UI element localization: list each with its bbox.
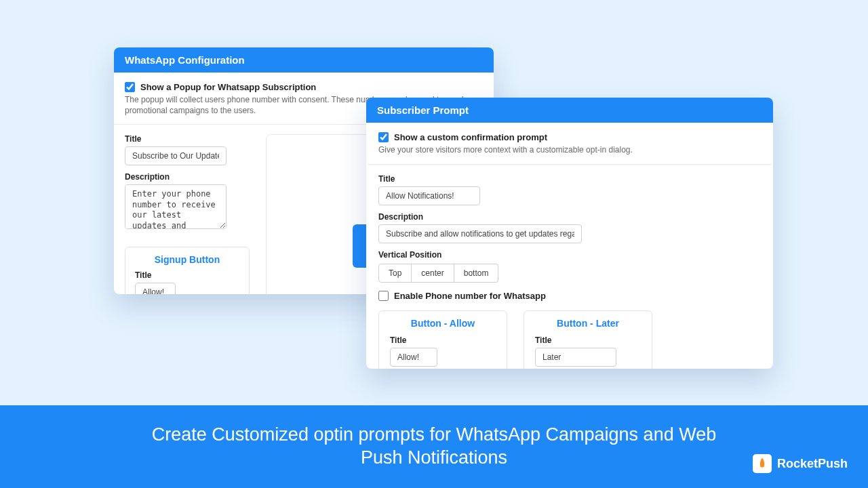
signup-title-label: Title: [135, 270, 239, 280]
banner-headline: Create Customized optin prompts for What…: [129, 424, 739, 470]
rocket-icon: [755, 457, 769, 470]
show-popup-label: Show a Popup for Whatsapp Subscription: [140, 82, 316, 92]
brand: RocketPush: [753, 454, 848, 473]
later-title-label: Title: [535, 336, 641, 345]
wa-desc-textarea[interactable]: [125, 184, 226, 229]
button-later-card: Button - Later Title: [524, 310, 652, 369]
allow-title-label: Title: [390, 336, 496, 345]
footer-banner: Create Customized optin prompts for What…: [0, 405, 868, 488]
custom-prompt-label: Show a custom confirmation prompt: [394, 132, 547, 142]
wa-title-label: Title: [125, 134, 254, 144]
sp-desc-input[interactable]: [378, 224, 582, 243]
sp-desc-label: Description: [378, 212, 761, 222]
custom-prompt-checkbox[interactable]: [378, 132, 389, 142]
enable-phone-label: Enable Phone number for Whatsapp: [394, 291, 546, 301]
sp-title-input[interactable]: [378, 186, 480, 205]
show-popup-checkbox[interactable]: [125, 82, 135, 92]
sp-vpos-label: Vertical Position: [378, 250, 761, 260]
allow-title-input[interactable]: [390, 348, 437, 367]
vpos-top-button[interactable]: Top: [378, 264, 412, 283]
custom-prompt-help: Give your store visitors more context wi…: [378, 145, 761, 156]
vpos-bottom-button[interactable]: bottom: [454, 264, 499, 283]
subscriber-panel-header: Subscriber Prompt: [366, 98, 773, 123]
enable-phone-checkbox[interactable]: [378, 291, 389, 301]
whatsapp-panel-header: WhatsApp Configuration: [114, 47, 494, 73]
wa-desc-label: Description: [125, 172, 254, 182]
signup-card-title: Signup Button: [135, 254, 239, 265]
divider: [368, 164, 772, 165]
signup-title-input[interactable]: [135, 283, 176, 294]
subscriber-prompt-panel: Subscriber Prompt Show a custom confirma…: [366, 98, 773, 369]
button-allow-card-title: Button - Allow: [390, 318, 496, 329]
button-allow-card: Button - Allow Title: [378, 310, 507, 369]
brand-name: RocketPush: [777, 457, 848, 471]
sp-title-label: Title: [378, 174, 761, 184]
vertical-position-segment: Top center bottom: [378, 264, 761, 283]
wa-title-input[interactable]: [125, 146, 226, 165]
later-title-input[interactable]: [535, 348, 616, 367]
button-later-card-title: Button - Later: [535, 318, 641, 329]
vpos-center-button[interactable]: center: [412, 264, 454, 283]
signup-button-card: Signup Button Title Background Color #00…: [125, 247, 250, 294]
brand-logo: [753, 454, 772, 473]
